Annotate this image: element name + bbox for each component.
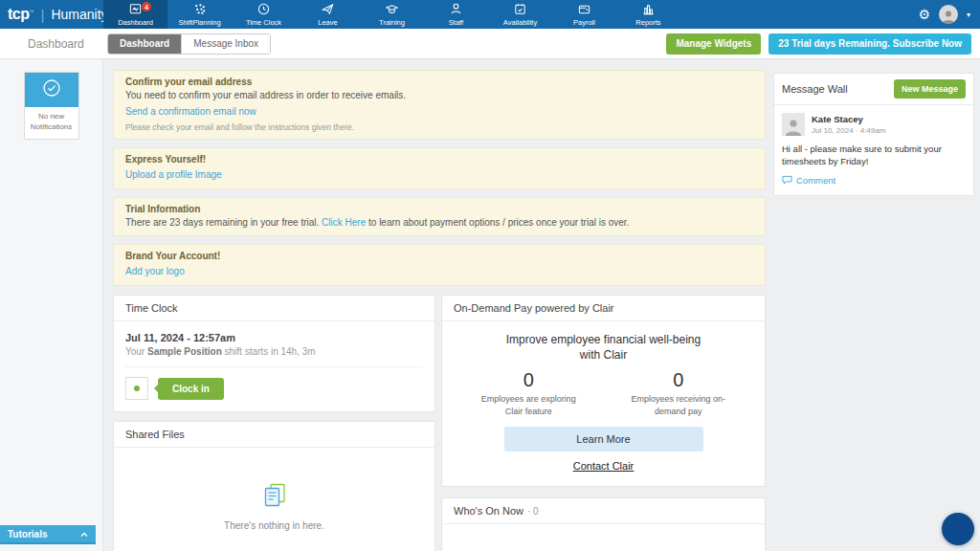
training-icon [385,2,399,16]
brand-logo[interactable]: tcp™ | Humanity® [0,0,103,29]
comment-link[interactable]: Comment [782,175,966,187]
trial-subscribe-button[interactable]: 23 Trial days Remaining. Subscribe Now [768,33,971,55]
message-wall-title: Message Wall [782,83,848,95]
availability-icon [513,2,527,16]
left-sidebar: No new Notifications Tutorials [0,59,103,551]
tcp-logo: tcp™ [8,6,34,23]
time-clock-icon [256,2,271,16]
header-actions: Manage Widgets 23 Trial days Remaining. … [666,33,980,55]
main-content: Confirm your email address You need to c… [103,59,980,551]
comment-bubble-icon [782,175,792,187]
status-dot [134,386,140,391]
notice-confirm-email: Confirm your email address You need to c… [113,70,766,140]
notification-badge: 4 [142,2,151,11]
notice-express-yourself: Express Yourself! Upload a profile Image [113,147,766,189]
logo-divider: | [41,7,45,23]
new-message-button[interactable]: New Message [894,79,966,99]
contact-clair-link[interactable]: Contact Clair [573,460,635,472]
settings-gear-icon[interactable]: ⚙ [918,8,930,21]
post-timestamp: Jul 10, 2024 · 4:49am [812,126,885,135]
ondemand-headline: Improve employee financial well-being wi… [454,332,753,363]
wall-post: Kate Stacey Jul 10, 2024 · 4:49am Hi all… [774,105,973,195]
post-author-name: Kate Stacey [812,114,885,124]
clock-status-indicator [125,377,148,400]
nav-item-training[interactable]: Training [360,0,424,29]
notice-brand-account: Brand Your Account! Add your logo [113,244,766,286]
user-avatar[interactable] [939,5,958,24]
divider [125,366,423,367]
post-author-avatar [782,113,805,136]
next-shift-info: Your Sample Position shift starts in 14h… [125,346,423,357]
nav-item-dashboard[interactable]: 4 Dashboard [103,0,167,29]
time-clock-title: Time Clock [114,296,434,321]
nav-item-shiftplanning[interactable]: ShiftPlanning [167,0,232,29]
clock-in-button[interactable]: Clock in [158,378,224,400]
nav-item-payroll[interactable]: Payroll [552,0,616,29]
send-confirmation-email-link[interactable]: Send a confirmation email now [125,106,256,117]
shiftplanning-icon [192,2,207,16]
dashboard-icon [128,2,143,16]
nav-item-time-clock[interactable]: Time Clock [232,0,296,29]
page-header: Dashboard Dashboard Message Inbox Manage… [0,29,980,59]
add-logo-link[interactable]: Add your logo [125,266,185,276]
message-wall-widget: Message Wall New Message Kate Stacey Jul… [773,73,974,196]
no-notifications-label: No new Notifications [25,107,78,139]
top-navigation: tcp™ | Humanity® 4 Dashboard ShiftPlanni… [0,0,980,29]
notifications-widget-header [25,73,78,107]
nav-item-staff[interactable]: Staff [424,0,488,29]
whos-on-now-count: · 0 [527,506,539,517]
current-datetime: Jul 11, 2024 - 12:57am [125,332,423,343]
upload-profile-image-link[interactable]: Upload a profile Image [125,169,222,180]
staff-icon [449,2,463,16]
leave-icon [321,2,335,16]
tutorials-label: Tutorials [8,529,47,540]
page-title: Dashboard [0,37,103,51]
check-circle-icon [41,77,62,102]
stat-exploring: 0 Employees are exploring Clair feature [454,369,604,416]
time-clock-widget: Time Clock Jul 11, 2024 - 12:57am Your S… [113,295,435,412]
notice-trial-information: Trial Information There are 23 days rema… [113,197,766,236]
nav-item-reports[interactable]: Reports [616,0,680,29]
chevron-up-icon [80,529,88,540]
learn-more-button[interactable]: Learn More [504,427,703,452]
chat-help-button[interactable] [942,513,974,545]
post-text: Hi all - please make sure to submit your… [782,143,966,168]
whos-on-now-widget: Who's On Now · 0 Looks like no one is at… [441,497,766,551]
stat-receiving: 0 Employees receiving on-demand pay [604,369,754,416]
main-column: Confirm your email address You need to c… [113,70,766,551]
humanity-logo: Humanity® [51,6,111,23]
user-menu-caret-icon[interactable]: ▾ [967,11,970,19]
topnav-right: ⚙ ▾ [918,0,980,29]
shared-files-empty-text: There's nothing in here. [224,520,324,531]
payroll-icon [577,2,591,16]
nav-item-leave[interactable]: Leave [296,0,360,29]
whos-on-now-title: Who's On Now [454,505,523,517]
click-here-link[interactable]: Click Here [322,217,366,228]
shared-files-widget: Shared Files There's nothing in here. [113,421,435,551]
dashboard-tabs: Dashboard Message Inbox [107,33,271,55]
tab-dashboard[interactable]: Dashboard [108,34,181,54]
nav-item-availability[interactable]: Availability [488,0,552,29]
ondemand-pay-widget: On-Demand Pay powered by Clair Improve e… [441,295,766,487]
documents-icon [260,481,289,514]
manage-widgets-button[interactable]: Manage Widgets [666,33,761,55]
reports-icon [641,2,656,16]
tab-message-inbox[interactable]: Message Inbox [181,34,270,54]
tutorials-toggle[interactable]: Tutorials [0,525,96,544]
ondemand-pay-title: On-Demand Pay powered by Clair [442,296,765,321]
shared-files-title: Shared Files [114,422,434,448]
notifications-widget[interactable]: No new Notifications [24,72,79,140]
